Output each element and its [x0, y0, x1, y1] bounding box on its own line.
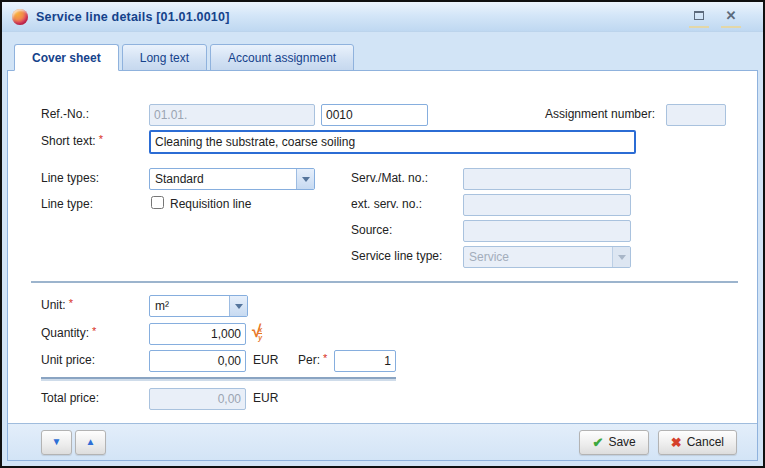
service-line-type-label: Service line type:	[351, 249, 442, 263]
previous-line-button[interactable]: ▼	[41, 430, 72, 455]
assignment-number-field	[666, 104, 726, 126]
line-types-select[interactable]: Standard	[149, 168, 315, 190]
check-icon: ✔	[592, 435, 603, 450]
chevron-down-icon	[302, 177, 310, 182]
save-button[interactable]: ✔ Save	[579, 430, 648, 455]
total-price-label: Total price:	[41, 391, 99, 405]
quantity-field[interactable]	[149, 323, 246, 345]
x-icon: ✖	[671, 435, 682, 450]
service-line-type-select: Service	[463, 246, 631, 268]
required-mark: *	[323, 352, 327, 364]
per-field[interactable]	[334, 350, 396, 372]
service-line-details-dialog: Service line details [01.01.0010] ✕ Cove…	[0, 0, 765, 468]
service-line-type-dropdown-button	[612, 247, 630, 267]
chevron-down-icon	[235, 304, 243, 309]
unit-select[interactable]: m²	[149, 295, 248, 317]
unit-value: m²	[150, 296, 229, 316]
quantity-label: Quantity:*	[41, 326, 96, 340]
window-title: Service line details [01.01.0010]	[36, 10, 230, 24]
line-types-value: Standard	[150, 169, 296, 189]
line-types-dropdown-button[interactable]	[296, 169, 314, 189]
short-text-field[interactable]	[149, 130, 636, 154]
section-divider	[31, 281, 738, 283]
required-mark: *	[92, 325, 96, 337]
tab-cover-sheet[interactable]: Cover sheet	[14, 44, 119, 71]
total-price-currency: EUR	[253, 391, 278, 405]
form-content: Ref.-No.: Assignment number: Short text:…	[8, 71, 757, 423]
required-mark: *	[69, 297, 73, 309]
short-text-label: Short text:*	[41, 134, 103, 148]
tab-long-text[interactable]: Long text	[122, 44, 207, 71]
app-logo-icon	[12, 9, 28, 25]
required-mark: *	[99, 133, 103, 145]
requisition-line-label: Requisition line	[170, 197, 251, 211]
ref-no-label: Ref.-No.:	[41, 107, 89, 121]
unit-dropdown-button[interactable]	[229, 296, 247, 316]
ext-serv-no-field	[463, 194, 631, 216]
source-label: Source:	[351, 223, 392, 237]
total-price-field	[149, 388, 246, 410]
unit-label: Unit:*	[41, 298, 73, 312]
unit-price-field[interactable]	[149, 350, 246, 372]
line-types-label: Line types:	[41, 171, 99, 185]
ext-serv-no-label: ext. serv. no.:	[351, 197, 422, 211]
footer-bar: ▼ ▲ ✔ Save ✖ Cancel	[8, 423, 757, 460]
unit-price-currency: EUR	[253, 353, 278, 367]
next-line-button[interactable]: ▲	[75, 430, 106, 455]
serv-mat-no-field	[463, 168, 631, 190]
unit-price-label: Unit price:	[41, 353, 95, 367]
maximize-button[interactable]	[689, 6, 709, 28]
chevron-down-icon	[618, 255, 626, 260]
close-icon: ✕	[726, 9, 737, 22]
ref-no-segment1-field	[149, 104, 315, 126]
tab-account-assignment[interactable]: Account assignment	[210, 44, 354, 71]
ref-no-segment2-field[interactable]	[321, 104, 428, 126]
source-field	[463, 220, 631, 242]
per-label: Per:*	[298, 353, 327, 367]
maximize-icon	[694, 11, 704, 20]
service-line-type-value: Service	[464, 247, 612, 267]
cover-sheet-panel: Ref.-No.: Assignment number: Short text:…	[7, 70, 758, 461]
arrow-down-icon: ▼	[52, 437, 62, 447]
arrow-up-icon: ▲	[86, 437, 96, 447]
requisition-line-checkbox[interactable]	[151, 196, 164, 209]
assignment-number-label: Assignment number:	[545, 107, 655, 121]
serv-mat-no-label: Serv./Mat. no.:	[351, 171, 428, 185]
close-button[interactable]: ✕	[721, 6, 741, 28]
tab-strip: Cover sheet Long text Account assignment	[14, 44, 354, 71]
formula-calculator-icon[interactable]: √ xy	[252, 323, 262, 341]
title-bar: Service line details [01.01.0010] ✕	[2, 2, 763, 32]
cancel-button[interactable]: ✖ Cancel	[658, 430, 737, 455]
total-divider	[41, 377, 396, 379]
line-type-label: Line type:	[41, 197, 93, 211]
